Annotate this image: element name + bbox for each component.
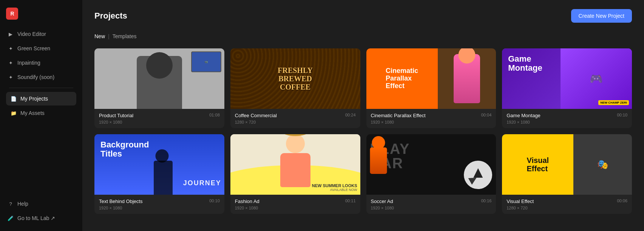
project-meta: Text Behind Objects 1920 × 1080 — [99, 198, 143, 210]
sidebar-item-green-screen[interactable]: ✦ Green Screen — [3, 42, 79, 55]
project-card-fashion-ad[interactable]: NEW SUMMER LOOKS AVAILABLE NOW Fashion A… — [230, 134, 360, 214]
sidebar-item-label: Go to ML Lab ↗ — [17, 215, 55, 221]
project-info: Game Montage 1920 × 1080 00:10 — [502, 109, 632, 128]
project-card-text-behind-objects[interactable]: BackgroundTitles JOURNEY Text Behind Obj… — [94, 134, 224, 214]
sidebar-item-label: Inpainting — [17, 60, 40, 66]
visual-right: 🎭 — [573, 134, 632, 195]
project-name: Product Tutorial — [99, 113, 133, 118]
sidebar-item-soundify[interactable]: ✦ Soundify (soon) — [3, 70, 79, 84]
project-dimensions: 1920 × 1080 — [99, 120, 133, 124]
thumbnail-text-behind: BackgroundTitles JOURNEY — [94, 134, 224, 195]
tab-divider: | — [108, 33, 110, 39]
project-duration: 00:10 — [617, 113, 627, 117]
video-editor-icon: ▶ — [8, 31, 14, 37]
project-card-cinematic-parallax[interactable]: CinematicParallaxEffect Cinematic Parall… — [366, 48, 496, 128]
green-screen-icon: ✦ — [8, 45, 14, 51]
my-projects-icon: 📄 — [11, 96, 17, 102]
sidebar-item-label: Green Screen — [17, 45, 50, 51]
project-info: Visual Effect 1280 × 720 00:06 — [502, 195, 632, 214]
sidebar-item-label: Help — [17, 201, 28, 207]
project-card-coffee-commercial[interactable]: FRESHLYBREWEDCOFFEE Coffee Commercial 12… — [230, 48, 360, 128]
sidebar-item-inpainting[interactable]: ✦ Inpainting — [3, 56, 79, 70]
thumbnail-product: 📹 — [94, 48, 224, 109]
logo-icon: R — [6, 8, 18, 20]
soundify-icon: ✦ — [8, 74, 14, 80]
thumbnail-cinematic: CinematicParallaxEffect — [366, 48, 496, 109]
project-thumbnail: NEW SUMMER LOOKS AVAILABLE NOW — [230, 134, 360, 195]
project-name: Game Montage — [507, 113, 541, 118]
project-thumbnail: CinematicParallaxEffect — [366, 48, 496, 109]
project-name: Cinematic Parallax Effect — [371, 113, 426, 118]
create-new-project-button[interactable]: Create New Project — [571, 9, 632, 23]
visual-left: VisualEffect — [502, 134, 573, 195]
sidebar-bottom: ? Help 🧪 Go to ML Lab ↗ — [0, 197, 82, 225]
project-card-product-tutorial[interactable]: 📹 Product Tutorial 1920 × 1080 01:08 — [94, 48, 224, 128]
inpainting-icon: ✦ — [8, 60, 14, 66]
project-meta: Product Tutorial 1920 × 1080 — [99, 113, 133, 124]
sidebar-item-label: My Assets — [20, 110, 45, 116]
project-dimensions: 1920 × 1080 — [507, 120, 541, 124]
project-duration: 00:11 — [345, 198, 356, 203]
projects-grid: 📹 Product Tutorial 1920 × 1080 01:08 — [94, 48, 632, 214]
sidebar-item-my-assets[interactable]: 📁 My Assets — [6, 106, 76, 120]
project-meta: Fashion Ad 1920 × 1080 — [235, 198, 259, 210]
project-duration: 01:08 — [209, 113, 220, 117]
cine-title-text: CinematicParallaxEffect — [386, 67, 418, 90]
thumbnail-visual: VisualEffect 🎭 — [502, 134, 632, 195]
sidebar-item-label: My Projects — [20, 96, 48, 102]
cine-right — [438, 48, 496, 109]
ml-lab-icon: 🧪 — [8, 215, 14, 221]
sidebar-item-label: Video Editor — [17, 31, 46, 37]
page-title: Projects — [94, 11, 127, 21]
main-content: Projects Create New Project New | Templa… — [82, 0, 644, 231]
thumbnail-game: GameMontage 🎮 NEW CHAMP ZERI — [502, 48, 632, 109]
project-duration: 00:16 — [481, 198, 492, 203]
project-dimensions: 1920 × 1080 — [371, 120, 426, 124]
project-info: Cinematic Parallax Effect 1920 × 1080 00… — [366, 109, 496, 128]
project-dimensions: 1920 × 1080 — [371, 206, 394, 210]
project-duration: 00:10 — [209, 198, 220, 203]
project-name: Visual Effect — [507, 198, 534, 204]
project-info: Coffee Commercial 1280 × 720 00:24 — [230, 109, 360, 128]
project-meta: Cinematic Parallax Effect 1920 × 1080 — [371, 113, 426, 124]
project-duration: 00:24 — [345, 113, 356, 117]
project-name: Soccer Ad — [371, 198, 394, 204]
project-meta: Game Montage 1920 × 1080 — [507, 113, 541, 124]
project-thumbnail: GameMontage 🎮 NEW CHAMP ZERI — [502, 48, 632, 109]
project-card-visual-effect[interactable]: VisualEffect 🎭 Visual Effect 1280 × 720 … — [502, 134, 632, 214]
project-thumbnail: PLAYHAR — [366, 134, 496, 195]
tabs-bar: New | Templates — [94, 32, 632, 41]
visual-title-text: VisualEffect — [527, 156, 549, 173]
project-name: Text Behind Objects — [99, 198, 143, 204]
project-dimensions: 1280 × 720 — [235, 120, 277, 124]
project-meta: Visual Effect 1280 × 720 — [507, 198, 534, 210]
project-thumbnail: BackgroundTitles JOURNEY — [94, 134, 224, 195]
project-info: Soccer Ad 1920 × 1080 00:16 — [366, 195, 496, 214]
my-assets-icon: 📁 — [11, 110, 17, 116]
project-card-game-montage[interactable]: GameMontage 🎮 NEW CHAMP ZERI Game Montag… — [502, 48, 632, 128]
thumbnail-soccer: PLAYHAR — [366, 134, 496, 195]
project-dimensions: 1920 × 1080 — [235, 206, 259, 210]
tab-new[interactable]: New — [94, 32, 105, 41]
thumbnail-coffee: FRESHLYBREWEDCOFFEE — [230, 48, 360, 109]
sidebar-item-ml-lab[interactable]: 🧪 Go to ML Lab ↗ — [3, 211, 79, 225]
project-name: Coffee Commercial — [235, 113, 277, 118]
tab-templates[interactable]: Templates — [113, 32, 137, 41]
project-duration: 00:04 — [481, 113, 492, 117]
sidebar-item-my-projects[interactable]: 📄 My Projects — [6, 92, 76, 105]
project-info: Fashion Ad 1920 × 1080 00:11 — [230, 195, 360, 214]
cine-left: CinematicParallaxEffect — [366, 48, 438, 109]
project-meta: Soccer Ad 1920 × 1080 — [371, 198, 394, 210]
project-thumbnail: VisualEffect 🎭 — [502, 134, 632, 195]
project-meta: Coffee Commercial 1280 × 720 — [235, 113, 277, 124]
app-logo[interactable]: R — [0, 6, 82, 27]
project-dimensions: 1280 × 720 — [507, 206, 534, 210]
project-card-soccer-ad[interactable]: PLAYHAR — [366, 134, 496, 214]
help-icon: ? — [8, 201, 14, 207]
sidebar-item-label: Soundify (soon) — [17, 74, 54, 80]
sidebar-item-video-editor[interactable]: ▶ Video Editor — [3, 27, 79, 41]
sidebar-item-help[interactable]: ? Help — [3, 197, 79, 211]
project-thumbnail: FRESHLYBREWEDCOFFEE — [230, 48, 360, 109]
project-info: Text Behind Objects 1920 × 1080 00:10 — [94, 195, 224, 214]
sidebar: R ▶ Video Editor ✦ Green Screen ✦ Inpain… — [0, 0, 82, 231]
